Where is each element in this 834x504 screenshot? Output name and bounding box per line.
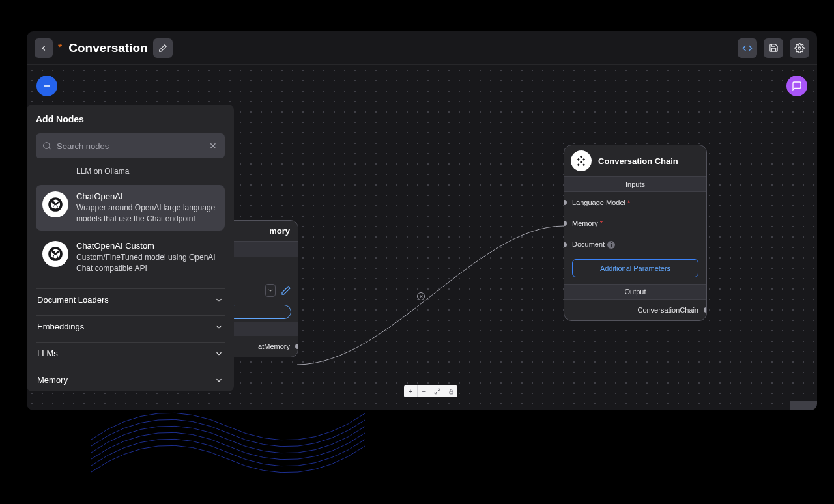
svg-line-3 <box>49 148 51 150</box>
edit-icon[interactable] <box>281 285 291 296</box>
panel-title: Add Nodes <box>27 105 234 130</box>
openai-icon <box>42 241 68 267</box>
add-node-button[interactable] <box>36 76 57 96</box>
category-label: Memory <box>37 375 68 385</box>
node-description: Wrapper around OpenAI large language mod… <box>76 203 218 225</box>
svg-line-4 <box>438 389 440 391</box>
chevron-down-icon <box>214 376 223 385</box>
node-title: ChatOpenAI Custom <box>76 241 218 251</box>
unsaved-indicator: * <box>58 42 62 54</box>
node-list-item-chatopenai-custom[interactable]: ChatOpenAI Custom Custom/FineTuned model… <box>36 234 225 281</box>
memory-node-dropdown[interactable] <box>265 284 276 297</box>
app-window: * Conversation ✕ mor <box>27 31 817 410</box>
chain-icon <box>571 150 592 171</box>
chat-button[interactable] <box>786 76 807 96</box>
svg-rect-6 <box>450 391 453 394</box>
category-embeddings[interactable]: Embeddings <box>36 315 225 338</box>
inputs-header: Inputs <box>564 176 706 192</box>
save-icon <box>769 43 779 53</box>
zoom-out-button[interactable]: − <box>418 385 431 397</box>
node-card-title: Conversation Chain <box>598 156 678 166</box>
header: * Conversation <box>27 31 817 65</box>
search-input[interactable] <box>57 141 203 151</box>
gear-icon <box>794 43 805 53</box>
zoom-controls: + − <box>404 385 457 397</box>
port-handle[interactable] <box>564 221 567 226</box>
chat-icon <box>792 81 802 91</box>
svg-line-5 <box>435 392 437 394</box>
settings-button[interactable] <box>790 38 809 58</box>
output-header: Output <box>564 284 706 300</box>
zoom-in-button[interactable]: + <box>404 385 418 397</box>
openai-icon <box>42 191 68 217</box>
port-handle[interactable] <box>564 242 567 247</box>
node-description: Custom/FineTuned model using OpenAI Chat… <box>76 252 218 274</box>
chevron-down-icon <box>214 349 223 358</box>
page-title: Conversation <box>68 41 147 55</box>
node-list: LLM on Ollama ChatOpenAI Wrapper around … <box>27 166 234 391</box>
svg-point-2 <box>44 143 50 148</box>
back-button[interactable] <box>35 38 53 58</box>
info-icon[interactable]: i <box>607 241 615 249</box>
node-list-item-chatopenai[interactable]: ChatOpenAI Wrapper around OpenAI large l… <box>36 185 225 231</box>
code-icon <box>742 43 753 53</box>
corner-tab <box>790 401 817 410</box>
node-description: LLM on Ollama <box>76 166 129 177</box>
search-box: ✕ <box>36 133 225 158</box>
category-memory[interactable]: Memory <box>36 369 225 391</box>
add-nodes-panel: Add Nodes ✕ LLM on Ollama <box>27 105 234 391</box>
port-language-model: Language Model* <box>564 192 706 213</box>
search-icon <box>42 141 51 150</box>
conversation-chain-node[interactable]: Conversation Chain Inputs Language Model… <box>564 145 707 321</box>
port-memory: Memory* <box>564 213 706 234</box>
port-handle[interactable] <box>704 307 707 313</box>
edge-delete-button[interactable]: ✕ <box>417 292 425 300</box>
minus-icon <box>42 81 51 91</box>
category-document-loaders[interactable]: Document Loaders <box>36 288 225 311</box>
chevron-down-icon <box>267 287 274 294</box>
clear-search-button[interactable]: ✕ <box>208 141 218 151</box>
canvas[interactable]: ✕ mory atMemory Add Nodes <box>27 65 817 410</box>
port-output: ConversationChain <box>564 300 706 320</box>
expand-icon <box>434 388 440 395</box>
node-title: ChatOpenAI <box>76 191 218 201</box>
fit-view-button[interactable] <box>431 385 445 397</box>
port-document: Documenti <box>564 234 706 255</box>
lock-icon <box>448 389 454 395</box>
code-button[interactable] <box>738 38 757 58</box>
edit-title-button[interactable] <box>153 38 173 58</box>
additional-parameters-button[interactable]: Additional Parameters <box>572 259 698 277</box>
category-label: Embeddings <box>37 322 84 331</box>
port-handle[interactable] <box>295 344 298 349</box>
chevron-down-icon <box>214 322 223 331</box>
category-label: LLMs <box>37 348 58 358</box>
chevron-down-icon <box>214 296 223 305</box>
lock-button[interactable] <box>444 385 457 397</box>
port-handle[interactable] <box>564 200 567 205</box>
pencil-icon <box>158 44 167 53</box>
memory-node-field[interactable] <box>227 305 291 319</box>
save-button[interactable] <box>764 38 783 58</box>
category-label: Document Loaders <box>37 295 109 305</box>
header-actions <box>738 38 809 58</box>
category-llms[interactable]: LLMs <box>36 342 225 365</box>
svg-point-0 <box>798 47 801 49</box>
node-list-item[interactable]: LLM on Ollama <box>36 166 225 181</box>
chevron-left-icon <box>39 44 48 53</box>
